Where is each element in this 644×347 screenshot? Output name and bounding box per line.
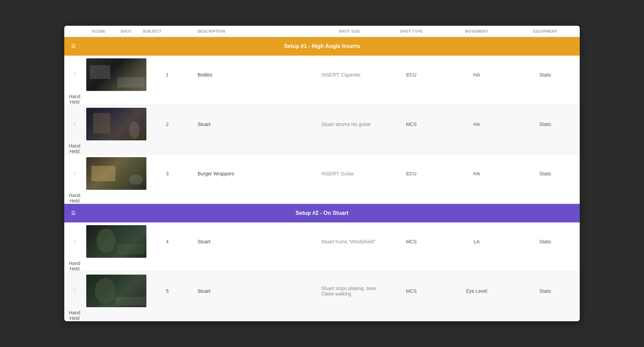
subject-4: Stuart	[195, 239, 319, 244]
description-3: INSERT: Guitar	[319, 171, 380, 176]
setup-2-banner-wrapper: ☰ Setup #2 - On Stuart	[64, 204, 580, 222]
thumbnail-img-3	[86, 157, 146, 190]
equipment-5: Hand Held	[64, 310, 85, 321]
movement-5: Static	[511, 288, 580, 294]
setup-2-menu-icon[interactable]: ☰	[71, 210, 76, 216]
setup-2-title: Setup #2 - On Stuart	[296, 210, 348, 216]
drag-handle-4[interactable]: ⠿	[64, 239, 85, 244]
thumbnail-cell-4	[85, 222, 112, 261]
setup-1-banner[interactable]: ☰ Setup #1 - High Angle Inserts	[64, 37, 580, 56]
shot-row-1: ⠿ 1 1 Bottles INSERT: Cigarette ECU HA S…	[64, 56, 580, 105]
thumbnail-img-4	[86, 225, 146, 258]
description-2: Stuart strums his guitar	[319, 122, 380, 127]
col-subject: SUBJECT	[140, 29, 195, 33]
shot-number-2: 2	[140, 122, 195, 127]
movement-4: Static	[511, 239, 580, 244]
shot-type-2: HA	[442, 122, 511, 127]
thumbnail-img-5	[86, 275, 146, 307]
shot-type-1: HA	[442, 72, 511, 78]
subject-3: Burger Wrappers	[195, 171, 319, 176]
app-container: SCENE SHOT SUBJECT DESCRIPTION SHOT SIZE…	[64, 26, 580, 321]
drag-handle-5[interactable]: ⠿	[64, 288, 85, 294]
thumbnail-4	[86, 225, 146, 258]
movement-2: Static	[511, 122, 580, 127]
thumbnail-3	[86, 157, 146, 190]
thumbnail-cell-3	[85, 154, 112, 193]
shot-number-4: 4	[140, 239, 195, 244]
equipment-3: Hand Held	[64, 193, 85, 204]
shot-row-5: ⠿ 1 5 Stuart Stuart stops playing, sees …	[64, 272, 580, 321]
shot-row-4: ⠿ 1 4 Stuart Stuart hums "Windshield" MC…	[64, 222, 580, 272]
col-movement: MOVEMENT	[442, 29, 511, 33]
col-shot-size: SHOT SIZE	[319, 29, 380, 33]
shot-row-3: ⠿ 1 3 Burger Wrappers INSERT: Guitar ECU…	[64, 154, 580, 204]
shot-number-3: 3	[140, 171, 195, 176]
equipment-4: Hand Held	[64, 261, 85, 271]
subject-5: Stuart	[195, 288, 319, 294]
setup-1-menu-icon[interactable]: ☰	[71, 44, 76, 49]
setup-1-banner-wrapper: ☰ Setup #1 - High Angle Inserts	[64, 37, 580, 56]
equipment-2: Hand Held	[64, 143, 85, 154]
subject-2: Stuart	[195, 122, 319, 127]
col-drag	[64, 29, 85, 33]
movement-3: Static	[511, 171, 580, 176]
col-equipment: EQUIPMENT	[511, 29, 580, 33]
shot-size-5: MCS	[380, 288, 442, 294]
col-description: DESCRIPTION	[195, 29, 319, 33]
shot-size-4: MCS	[380, 239, 442, 244]
shot-size-2: MCS	[380, 122, 442, 127]
shot-number-5: 5	[140, 288, 195, 294]
description-1: INSERT: Cigarette	[319, 72, 380, 78]
column-headers: SCENE SHOT SUBJECT DESCRIPTION SHOT SIZE…	[64, 26, 580, 37]
description-5: Stuart stops playing, sees Claire walkin…	[319, 286, 380, 297]
thumbnail-img-1	[86, 58, 146, 91]
thumbnail-2	[86, 108, 146, 140]
movement-1: Static	[511, 72, 580, 78]
shot-row-2: ⠿ 1 2 Stuart Stuart strums his guitar MC…	[64, 105, 580, 154]
thumbnail-5	[86, 275, 146, 307]
col-shot-type: SHOT TYPE	[380, 29, 442, 33]
col-shot: SHOT	[112, 29, 140, 33]
drag-handle-1[interactable]: ⠿	[64, 72, 85, 78]
col-scene: SCENE	[85, 29, 112, 33]
shot-number-1: 1	[140, 72, 195, 78]
thumbnail-img-2	[86, 108, 146, 140]
drag-handle-3[interactable]: ⠿	[64, 171, 85, 176]
setup-2-banner[interactable]: ☰ Setup #2 - On Stuart	[64, 204, 580, 222]
shot-size-1: ECU	[380, 72, 442, 78]
setup-1-title: Setup #1 - High Angle Inserts	[284, 43, 360, 49]
equipment-1: Hand Held	[64, 94, 85, 105]
subject-1: Bottles	[195, 72, 319, 78]
drag-handle-2[interactable]: ⠿	[64, 122, 85, 127]
thumbnail-1	[86, 58, 146, 91]
shot-size-3: ECU	[380, 171, 442, 176]
shot-type-4: LA	[442, 239, 511, 244]
thumbnail-cell-5	[85, 272, 112, 310]
description-4: Stuart hums "Windshield"	[319, 239, 380, 244]
thumbnail-cell-2	[85, 105, 112, 143]
thumbnail-cell-1	[85, 56, 112, 94]
shot-type-3: HA	[442, 171, 511, 176]
shot-type-5: Eye Level	[442, 288, 511, 294]
